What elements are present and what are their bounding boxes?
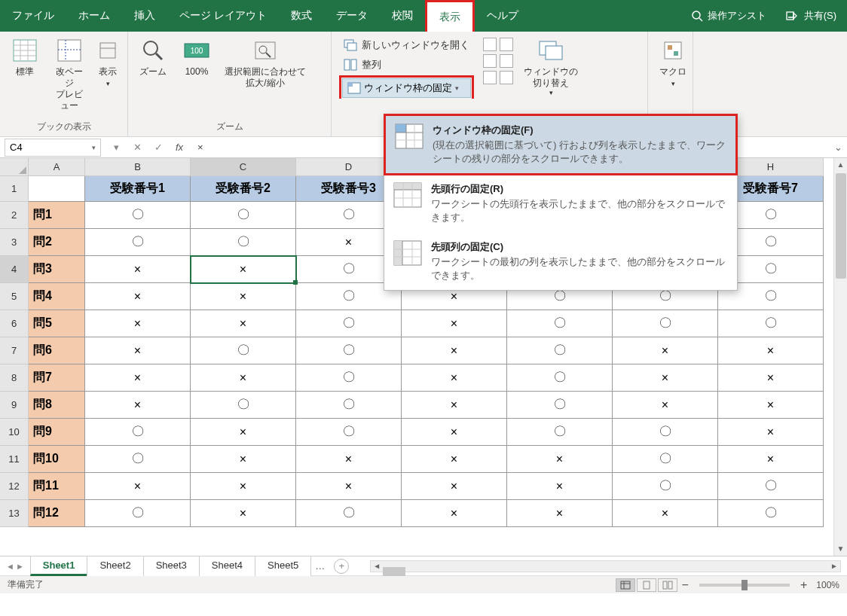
- view-pagelayout-icon[interactable]: [637, 578, 656, 592]
- cell[interactable]: ×: [402, 500, 507, 527]
- row-header[interactable]: 10: [0, 419, 29, 446]
- cell[interactable]: ×: [507, 500, 613, 527]
- cell[interactable]: 問5: [29, 310, 85, 337]
- cell[interactable]: ×: [85, 473, 191, 500]
- sync-scroll-icon[interactable]: [500, 54, 513, 68]
- cell[interactable]: 〇: [613, 419, 718, 446]
- switch-window-button[interactable]: ウィンドウの 切り替え▾: [519, 35, 583, 99]
- cell[interactable]: ×: [191, 310, 296, 337]
- cell[interactable]: ×: [85, 256, 191, 283]
- cell[interactable]: 〇: [718, 310, 824, 337]
- column-header[interactable]: A: [29, 158, 85, 176]
- menu-tab-8[interactable]: ヘルプ: [475, 0, 531, 32]
- cell[interactable]: 受験番号1: [85, 176, 191, 202]
- cell[interactable]: 〇: [718, 473, 824, 500]
- cell[interactable]: 〇: [85, 446, 191, 473]
- row-header[interactable]: 2: [0, 202, 29, 229]
- cell[interactable]: ×: [85, 337, 191, 364]
- cell[interactable]: ×: [296, 473, 402, 500]
- sheet-tab[interactable]: Sheet5: [255, 556, 311, 576]
- split-icon[interactable]: [483, 38, 497, 51]
- cell[interactable]: 〇: [507, 337, 613, 364]
- menu-tab-5[interactable]: データ: [324, 0, 380, 32]
- cell[interactable]: ×: [718, 392, 824, 419]
- cell[interactable]: 〇: [85, 202, 191, 229]
- arrange-button[interactable]: 整列: [339, 56, 474, 74]
- add-sheet-button[interactable]: +: [334, 559, 349, 574]
- freeze-first-col-item[interactable]: 先頭列の固定(C) ワークシートの最初の列を表示したままで、他の部分をスクロール…: [384, 233, 737, 290]
- column-header[interactable]: C: [191, 158, 296, 176]
- cell[interactable]: 〇: [507, 310, 613, 337]
- view-pagebreak-icon[interactable]: [658, 578, 677, 592]
- cell[interactable]: ×: [85, 283, 191, 310]
- cell[interactable]: ×: [191, 446, 296, 473]
- zoom-button[interactable]: ズーム: [133, 35, 173, 81]
- cell[interactable]: ×: [191, 283, 296, 310]
- cell[interactable]: ×: [402, 337, 507, 364]
- sheet-tab[interactable]: Sheet4: [199, 556, 255, 576]
- menu-tab-7[interactable]: 表示: [425, 0, 475, 32]
- sheet-tab[interactable]: Sheet3: [143, 556, 200, 576]
- hide-icon[interactable]: [483, 54, 497, 68]
- menu-tab-0[interactable]: ファイル: [0, 0, 66, 32]
- cell[interactable]: 〇: [191, 337, 296, 364]
- sheet-tab[interactable]: Sheet1: [30, 556, 88, 576]
- cell[interactable]: 〇: [613, 446, 718, 473]
- unhide-icon[interactable]: [483, 71, 497, 84]
- cell[interactable]: 〇: [296, 337, 402, 364]
- zoom-out-button[interactable]: −: [679, 578, 692, 592]
- fb-confirm-icon[interactable]: ✓: [148, 142, 169, 153]
- cell[interactable]: 〇: [296, 500, 402, 527]
- row-header[interactable]: 4: [0, 256, 29, 283]
- freeze-top-row-item[interactable]: 先頭行の固定(R) ワークシートの先頭行を表示したままで、他の部分をスクロールで…: [384, 175, 737, 232]
- cell[interactable]: 問8: [29, 392, 85, 419]
- row-header[interactable]: 12: [0, 473, 29, 500]
- cell[interactable]: 〇: [507, 419, 613, 446]
- cell[interactable]: 〇: [191, 392, 296, 419]
- view-show-button[interactable]: 表示▾: [93, 35, 123, 92]
- cell[interactable]: 問9: [29, 419, 85, 446]
- new-window-button[interactable]: 新しいウィンドウを開く: [339, 36, 474, 54]
- row-header[interactable]: 7: [0, 337, 29, 364]
- cell[interactable]: 問10: [29, 446, 85, 473]
- zoom-level[interactable]: 100%: [816, 580, 839, 590]
- cell[interactable]: ×: [402, 364, 507, 392]
- zoom-slider[interactable]: [699, 584, 790, 587]
- cell[interactable]: ×: [191, 364, 296, 392]
- view-normal-button[interactable]: 標準: [5, 35, 45, 81]
- tab-nav-first-icon[interactable]: ◄: [6, 562, 14, 571]
- view-side-icon[interactable]: [500, 38, 513, 51]
- select-all-corner[interactable]: [0, 158, 29, 176]
- row-header[interactable]: 9: [0, 392, 29, 419]
- scroll-down-icon[interactable]: ▼: [834, 542, 847, 556]
- cell[interactable]: ×: [85, 364, 191, 392]
- column-header[interactable]: B: [85, 158, 191, 176]
- zoom-fit-button[interactable]: 選択範囲に合わせて 拡大/縮小: [220, 35, 310, 92]
- row-header[interactable]: 3: [0, 229, 29, 256]
- cell[interactable]: ×: [402, 419, 507, 446]
- row-header[interactable]: 1: [0, 176, 29, 202]
- expand-formula-icon[interactable]: ⌄: [829, 142, 847, 153]
- cell[interactable]: ×: [402, 446, 507, 473]
- cell[interactable]: 問3: [29, 256, 85, 283]
- scroll-thumb[interactable]: [836, 173, 846, 279]
- cell[interactable]: ×: [402, 473, 507, 500]
- tabs-more[interactable]: …: [310, 560, 329, 572]
- cell[interactable]: 〇: [85, 229, 191, 256]
- cell[interactable]: 受験番号2: [191, 176, 296, 202]
- cell[interactable]: 問7: [29, 364, 85, 392]
- row-header[interactable]: 8: [0, 364, 29, 392]
- view-normal-icon[interactable]: [616, 578, 635, 592]
- zoom-in-button[interactable]: +: [797, 578, 810, 592]
- fx-icon[interactable]: fx: [169, 142, 190, 153]
- macro-button[interactable]: マクロ▾: [653, 35, 693, 92]
- menu-tab-4[interactable]: 数式: [279, 0, 324, 32]
- cell[interactable]: 問4: [29, 283, 85, 310]
- cell[interactable]: ×: [613, 392, 718, 419]
- share-button[interactable]: 共有(S): [775, 9, 847, 23]
- row-header[interactable]: 13: [0, 500, 29, 527]
- vertical-scrollbar[interactable]: ▲ ▼: [833, 158, 847, 556]
- cell[interactable]: ×: [507, 446, 613, 473]
- cell[interactable]: 〇: [191, 202, 296, 229]
- cell[interactable]: 問2: [29, 229, 85, 256]
